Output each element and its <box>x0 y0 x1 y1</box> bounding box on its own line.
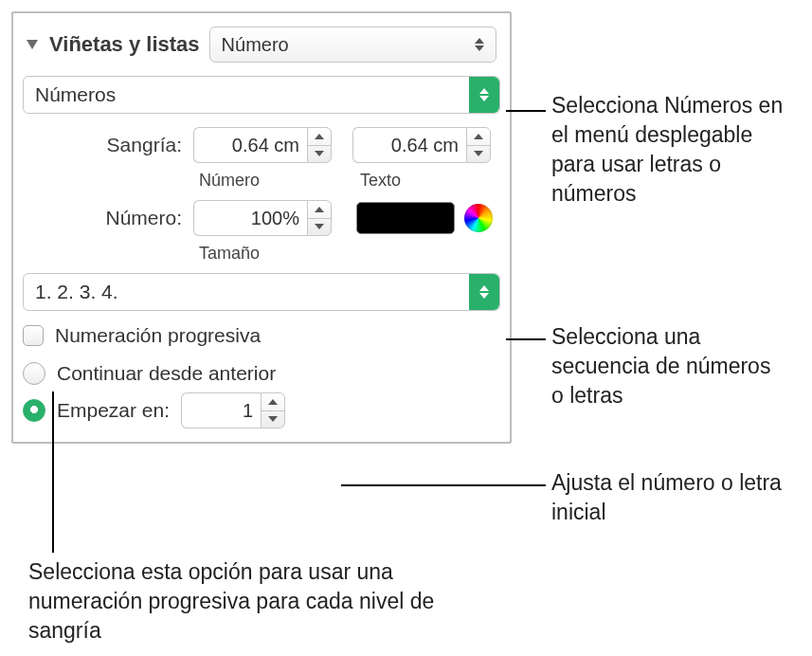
continue-from-prev-row: Continuar desde anterior <box>23 362 500 385</box>
callout-sequence: Selecciona una secuencia de números o le… <box>551 322 788 410</box>
indent-text-input[interactable] <box>352 127 466 163</box>
callout-line <box>506 110 546 112</box>
color-swatch[interactable] <box>356 202 455 234</box>
callout-line <box>52 392 54 553</box>
color-wheel-icon[interactable] <box>464 204 493 232</box>
panel-title: Viñetas y listas <box>49 32 200 57</box>
tiered-numbering-label: Numeración progresiva <box>55 324 261 347</box>
sequence-value: 1. 2. 3. 4. <box>35 281 118 303</box>
continue-radio[interactable] <box>23 362 45 385</box>
indent-label: Sangría: <box>23 134 193 156</box>
chevron-up-icon <box>268 399 278 405</box>
callout-line <box>506 338 546 340</box>
chevron-up-icon <box>315 134 324 139</box>
chevrons-icon <box>469 77 499 113</box>
chevrons-icon <box>475 38 484 51</box>
indent-number-caption: Número <box>199 171 260 191</box>
panel-header-row: Viñetas y listas Número <box>23 27 500 63</box>
tiered-numbering-row: Numeración progresiva <box>23 324 500 347</box>
start-at-radio[interactable] <box>23 399 45 422</box>
chevron-up-icon <box>315 207 324 212</box>
disclosure-triangle-icon[interactable] <box>27 40 38 49</box>
indent-captions-row: Número Texto <box>23 167 500 191</box>
indent-text-stepper[interactable] <box>352 127 491 163</box>
chevrons-icon <box>469 274 499 310</box>
start-at-stepper[interactable] <box>181 392 285 428</box>
callout-tiered: Selecciona esta opción para usar una num… <box>28 557 445 646</box>
callout-line <box>341 484 546 486</box>
callout-format: Selecciona Números en el menú desplegabl… <box>551 91 798 209</box>
indent-number-input[interactable] <box>193 127 307 163</box>
chevron-up-icon <box>474 134 483 139</box>
chevron-down-icon <box>268 416 278 422</box>
number-size-caption: Tamaño <box>199 244 260 264</box>
number-size-input[interactable] <box>193 200 307 236</box>
tiered-numbering-checkbox[interactable] <box>23 325 44 346</box>
sequence-select[interactable]: 1. 2. 3. 4. <box>23 273 500 311</box>
stepper-buttons[interactable] <box>466 127 491 163</box>
stepper-buttons[interactable] <box>261 392 285 428</box>
list-type-value: Número <box>222 34 289 56</box>
number-label: Número: <box>23 207 193 229</box>
indent-row: Sangría: <box>23 127 500 163</box>
start-at-label: Empezar en: <box>57 399 170 422</box>
stepper-buttons[interactable] <box>307 127 332 163</box>
number-row: Número: <box>23 200 500 236</box>
number-format-value: Números <box>35 83 116 106</box>
stepper-buttons[interactable] <box>307 200 332 236</box>
list-type-dropdown[interactable]: Número <box>209 27 496 63</box>
start-at-row: Empezar en: <box>23 392 500 428</box>
chevron-down-icon <box>474 151 483 156</box>
number-caption-row: Tamaño <box>23 240 500 264</box>
chevron-down-icon <box>315 224 324 229</box>
callout-start: Ajusta el número o letra inicial <box>551 468 788 527</box>
continue-label: Continuar desde anterior <box>57 362 276 385</box>
indent-number-stepper[interactable] <box>193 127 332 163</box>
chevron-down-icon <box>315 151 324 156</box>
indent-text-caption: Texto <box>360 171 401 191</box>
number-format-select[interactable]: Números <box>23 76 500 114</box>
number-size-stepper[interactable] <box>193 200 332 236</box>
start-at-input[interactable] <box>181 392 261 428</box>
bullets-and-lists-panel: Viñetas y listas Número Números Sangría: <box>11 11 512 444</box>
